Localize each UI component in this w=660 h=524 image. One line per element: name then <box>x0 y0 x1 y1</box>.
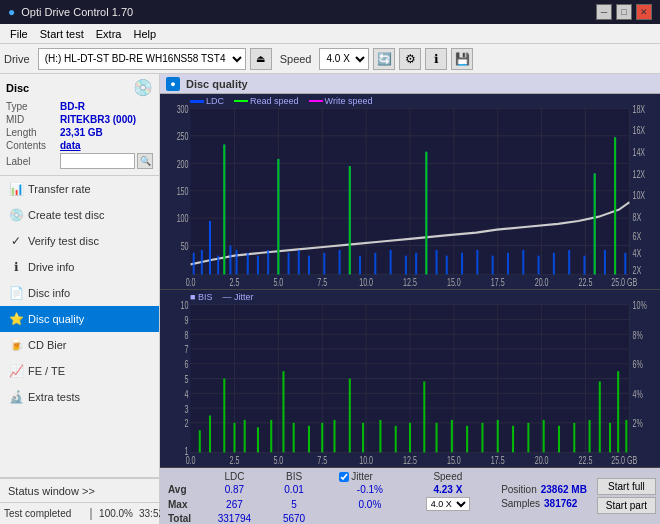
svg-rect-79 <box>604 250 606 275</box>
mid-label: MID <box>6 114 60 125</box>
svg-text:0.0: 0.0 <box>186 277 196 289</box>
menu-help[interactable]: Help <box>127 27 162 41</box>
drive-select[interactable]: (H:) HL-DT-ST BD-RE WH16NS58 TST4 <box>38 48 246 70</box>
svg-text:22.5: 22.5 <box>579 277 593 289</box>
svg-rect-146 <box>333 420 335 452</box>
svg-rect-52 <box>257 256 259 275</box>
svg-rect-164 <box>599 381 601 452</box>
svg-text:5: 5 <box>185 374 189 386</box>
status-window-button[interactable]: Status window >> <box>0 478 159 502</box>
svg-rect-51 <box>247 253 249 275</box>
svg-rect-74 <box>538 256 540 275</box>
window-controls: ─ □ ✕ <box>596 4 652 20</box>
menu-file[interactable]: File <box>4 27 34 41</box>
total-label: Total <box>164 512 200 524</box>
sidebar-item-drive-info[interactable]: ℹ Drive info <box>0 254 159 280</box>
save-button[interactable]: 💾 <box>451 48 473 70</box>
close-button[interactable]: ✕ <box>636 4 652 20</box>
label-label: Label <box>6 156 58 167</box>
avg-ldc: 0.87 <box>200 483 269 496</box>
speed-dropdown-cell: 4.0 X <box>405 496 492 512</box>
refresh-button[interactable]: 🔄 <box>373 48 395 70</box>
svg-rect-83 <box>277 159 279 274</box>
svg-rect-159 <box>527 423 529 453</box>
sidebar-label-drive-info: Drive info <box>28 261 74 273</box>
col-header-speed: Speed <box>405 470 492 483</box>
content-area: ● Disc quality LDC Read speed <box>160 74 660 524</box>
svg-text:22.5: 22.5 <box>579 455 593 467</box>
drive-label: Drive <box>4 53 30 65</box>
svg-text:2X: 2X <box>632 265 641 277</box>
svg-rect-50 <box>236 250 238 275</box>
minimize-button[interactable]: ─ <box>596 4 612 20</box>
lower-chart-legend: ■ BIS ― Jitter <box>190 292 253 302</box>
sidebar-item-fe-te[interactable]: 📈 FE / TE <box>0 358 159 384</box>
svg-text:100: 100 <box>177 213 189 225</box>
upper-chart-legend: LDC Read speed Write speed <box>190 96 372 106</box>
svg-rect-49 <box>229 246 231 275</box>
sidebar-item-disc-quality[interactable]: ⭐ Disc quality <box>0 306 159 332</box>
samples-row: Samples 381762 <box>501 498 587 509</box>
svg-text:14X: 14X <box>632 147 645 159</box>
menu-start-test[interactable]: Start test <box>34 27 90 41</box>
sidebar-item-extra-tests[interactable]: 🔬 Extra tests <box>0 384 159 410</box>
sidebar-item-cd-bier[interactable]: 🍺 CD Bier <box>0 332 159 358</box>
status-text: Test completed <box>4 508 84 519</box>
svg-text:17.5: 17.5 <box>491 277 505 289</box>
sidebar-item-disc-info[interactable]: 📄 Disc info <box>0 280 159 306</box>
jitter-checkbox[interactable] <box>339 472 349 482</box>
stats-row-avg: Avg 0.87 0.01 -0.1% 4.23 X <box>164 483 491 496</box>
transfer-rate-icon: 📊 <box>8 181 24 197</box>
info-button[interactable]: ℹ <box>425 48 447 70</box>
start-full-button[interactable]: Start full <box>597 478 656 495</box>
contents-value[interactable]: data <box>60 140 81 151</box>
svg-rect-139 <box>244 420 246 452</box>
svg-rect-150 <box>395 426 397 453</box>
speed-dropdown-select[interactable]: 4.0 X <box>426 497 470 511</box>
svg-text:4: 4 <box>185 388 189 400</box>
start-part-button[interactable]: Start part <box>597 497 656 514</box>
type-label: Type <box>6 101 60 112</box>
app-icon: ● <box>8 5 15 19</box>
sidebar-item-verify-test-disc[interactable]: ✓ Verify test disc <box>0 228 159 254</box>
maximize-button[interactable]: □ <box>616 4 632 20</box>
write-color-swatch <box>309 100 323 102</box>
progress-area: Test completed 100.0% 33:52 <box>0 502 159 524</box>
svg-text:2.5: 2.5 <box>230 455 240 467</box>
svg-rect-86 <box>594 173 596 274</box>
svg-rect-140 <box>257 427 259 452</box>
svg-rect-137 <box>223 378 225 452</box>
stats-row-total: Total 331794 5670 <box>164 512 491 524</box>
svg-text:6X: 6X <box>632 231 641 243</box>
svg-rect-158 <box>512 426 514 453</box>
eject-button[interactable]: ⏏ <box>250 48 272 70</box>
sidebar-label-transfer-rate: Transfer rate <box>28 183 91 195</box>
disc-section-title: Disc <box>6 82 29 94</box>
svg-rect-167 <box>625 420 627 452</box>
svg-rect-76 <box>568 250 570 275</box>
svg-rect-68 <box>446 256 448 275</box>
sidebar: Disc 💿 Type BD-R MID RITEKBR3 (000) Leng… <box>0 74 160 524</box>
svg-text:12.5: 12.5 <box>403 277 417 289</box>
drive-info-icon: ℹ <box>8 259 24 275</box>
svg-text:4X: 4X <box>632 248 641 260</box>
sidebar-item-transfer-rate[interactable]: 📊 Transfer rate <box>0 176 159 202</box>
position-row: Position 23862 MB <box>501 484 587 495</box>
svg-rect-63 <box>390 250 392 275</box>
jitter-checkbox-label[interactable]: Jitter <box>339 471 400 482</box>
total-jitter <box>335 512 404 524</box>
svg-text:17.5: 17.5 <box>491 455 505 467</box>
svg-rect-56 <box>298 250 300 275</box>
progress-bar <box>90 508 92 520</box>
sidebar-label-verify-test-disc: Verify test disc <box>28 235 99 247</box>
menu-extra[interactable]: Extra <box>90 27 128 41</box>
label-search-button[interactable]: 🔍 <box>137 153 153 169</box>
label-input[interactable] <box>60 153 135 169</box>
total-ldc: 331794 <box>200 512 269 524</box>
svg-text:5.0: 5.0 <box>273 277 283 289</box>
sidebar-item-create-test-disc[interactable]: 💿 Create test disc <box>0 202 159 228</box>
svg-rect-136 <box>209 415 211 452</box>
samples-value: 381762 <box>544 498 577 509</box>
speed-select[interactable]: 4.0 X <box>319 48 369 70</box>
settings-button[interactable]: ⚙ <box>399 48 421 70</box>
